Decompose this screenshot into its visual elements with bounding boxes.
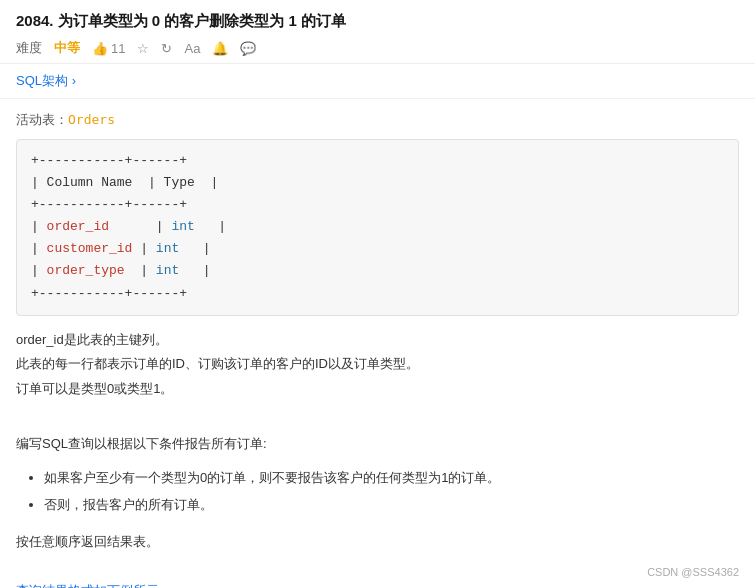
schema-box: +-----------+------+ | Column Name | Typ… xyxy=(16,139,739,316)
difficulty-value: 中等 xyxy=(54,39,80,57)
breadcrumb-arrow: › xyxy=(72,73,76,88)
description: order_id是此表的主键列。 此表的每一行都表示订单的ID、订购该订单的客户… xyxy=(16,328,739,402)
format-link[interactable]: 查询结果格式如下例所示。 xyxy=(16,583,172,588)
comment-button[interactable]: 💬 xyxy=(240,41,256,56)
condition-2: 否则，报告客户的所有订单。 xyxy=(44,493,739,518)
schema-row1: | order_id | int | xyxy=(31,216,724,238)
desc-text-1: order_id是此表的主键列。 xyxy=(16,332,168,347)
footer-note: 按任意顺序返回结果表。 查询结果格式如下例所示。 xyxy=(16,530,739,588)
col-name-2: customer_id xyxy=(47,241,133,256)
col-type-3: int xyxy=(156,263,179,278)
active-table-label: 活动表：Orders xyxy=(16,111,739,129)
page-title: 2084. 为订单类型为 0 的客户删除类型为 1 的订单 xyxy=(16,12,739,31)
main-content: 活动表：Orders +-----------+------+ | Column… xyxy=(0,99,755,588)
thumb-up-icon: 👍 xyxy=(92,41,108,56)
watermark: CSDN @SSS4362 xyxy=(647,566,739,578)
refresh-button[interactable]: ↻ xyxy=(161,41,172,56)
star-button[interactable]: ☆ xyxy=(137,41,149,56)
schema-border-bot: +-----------+------+ xyxy=(31,283,724,305)
query-intro: 编写SQL查询以根据以下条件报告所有订单: xyxy=(16,432,739,457)
col-type-1: int xyxy=(171,219,194,234)
schema-border-mid: +-----------+------+ xyxy=(31,194,724,216)
desc-line1: order_id是此表的主键列。 xyxy=(16,328,739,353)
difficulty-label: 难度 xyxy=(16,39,42,57)
breadcrumb[interactable]: SQL架构 › xyxy=(0,64,755,99)
schema-border-top: +-----------+------+ xyxy=(31,150,724,172)
col-name-1: order_id xyxy=(47,219,109,234)
schema-header: | Column Name | Type | xyxy=(31,172,724,194)
format-note: 查询结果格式如下例所示。 xyxy=(16,579,739,588)
like-button[interactable]: 👍 11 xyxy=(92,41,125,56)
active-table-text: 活动表： xyxy=(16,112,68,127)
schema-row2: | customer_id | int | xyxy=(31,238,724,260)
result-note: 按任意顺序返回结果表。 xyxy=(16,530,739,555)
desc-line3: 订单可以是类型0或类型1。 xyxy=(16,377,739,402)
desc-text-2: 此表的每一行都表示订单的ID、订购该订单的客户的ID以及订单类型。 xyxy=(16,356,419,371)
meta-bar: 难度 中等 👍 11 ☆ ↻ Aa 🔔 💬 xyxy=(16,39,739,57)
spacer xyxy=(16,416,739,432)
condition-1: 如果客户至少有一个类型为0的订单，则不要报告该客户的任何类型为1的订单。 xyxy=(44,466,739,491)
font-icon: Aa xyxy=(184,41,200,56)
desc-text-3: 订单可以是类型0或类型1。 xyxy=(16,381,173,396)
breadcrumb-label[interactable]: SQL架构 xyxy=(16,73,68,88)
active-table-name: Orders xyxy=(68,112,115,127)
like-count: 11 xyxy=(111,41,125,56)
font-button[interactable]: Aa xyxy=(184,41,200,56)
condition-list: 如果客户至少有一个类型为0的订单，则不要报告该客户的任何类型为1的订单。 否则，… xyxy=(16,466,739,517)
star-icon: ☆ xyxy=(137,41,149,56)
col-name-3: order_type xyxy=(47,263,125,278)
col-type-2: int xyxy=(156,241,179,256)
schema-row3: | order_type | int | xyxy=(31,260,724,282)
top-bar: 2084. 为订单类型为 0 的客户删除类型为 1 的订单 难度 中等 👍 11… xyxy=(0,0,755,64)
refresh-icon: ↻ xyxy=(161,41,172,56)
desc-line2: 此表的每一行都表示订单的ID、订购该订单的客户的ID以及订单类型。 xyxy=(16,352,739,377)
bell-icon: 🔔 xyxy=(212,41,228,56)
bell-button[interactable]: 🔔 xyxy=(212,41,228,56)
comment-icon: 💬 xyxy=(240,41,256,56)
